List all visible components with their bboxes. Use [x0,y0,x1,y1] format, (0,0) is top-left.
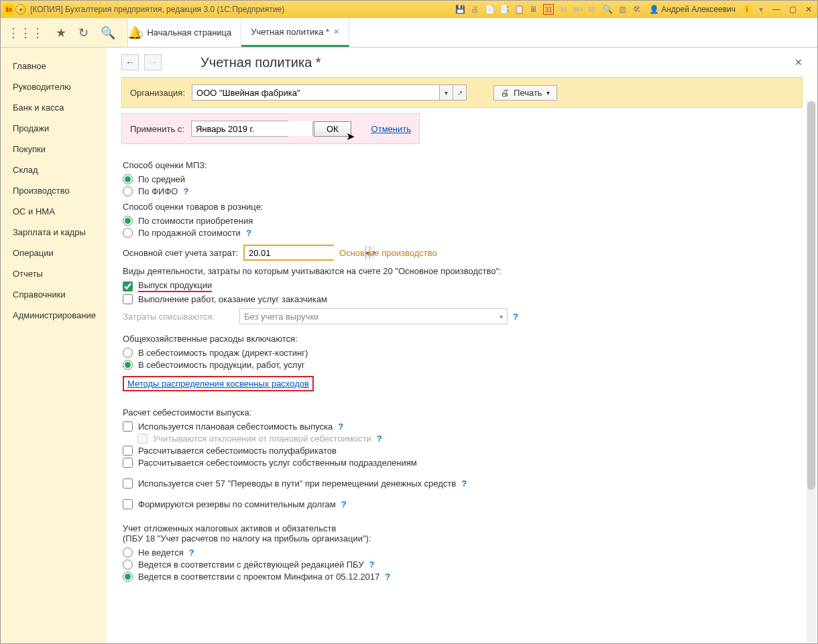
favorite-icon[interactable]: ★ [56,25,66,40]
help-icon[interactable]: ? [189,548,194,558]
memory-m-icon[interactable]: M [558,4,569,15]
help-icon[interactable]: ? [246,228,251,238]
close-tab-icon[interactable]: ✕ [333,27,339,36]
ok-label: ОК [327,124,339,134]
history-icon[interactable]: ↻ [78,25,89,40]
memory-mminus-icon[interactable]: M- [587,4,598,15]
retail-sale-radio[interactable] [123,228,133,238]
app-menu-icon[interactable]: ▾ [15,4,26,15]
ok-button[interactable]: ОК ➤ [314,121,351,137]
reserves-check[interactable] [123,499,133,509]
tab-label: Начальная страница [147,27,231,38]
calendar-icon[interactable]: 31 [543,4,554,15]
nav-assets[interactable]: ОС и НМА [1,201,107,222]
info-icon[interactable]: i [742,5,752,14]
open-ref-icon[interactable]: ↗ [453,85,466,100]
apply-panel: Применить с: … ОК ➤ Отменить [121,113,420,144]
overhead-direct-radio[interactable] [123,348,133,358]
overhead-cost-label: В себестоимость продукции, работ, услуг [138,360,305,370]
mpz-avg-label: По средней [138,174,185,184]
nav-sales[interactable]: Продажи [1,118,107,139]
app-logo-icon: 1c [3,4,14,15]
copy-icon[interactable]: 📋 [514,4,524,15]
nav-main[interactable]: Главное [1,56,107,76]
account57-check[interactable] [123,478,133,489]
help-icon[interactable]: ? [461,478,467,489]
chevron-down-icon[interactable]: ▾ [439,85,453,100]
print-button[interactable]: 🖨 Печать ▾ [493,85,557,101]
tab-accounting-policy[interactable]: Учетная политика * ✕ [241,18,349,47]
compare-icon[interactable]: 📑 [499,4,510,15]
panels-icon[interactable]: ▥ [617,4,628,15]
search-icon[interactable]: 🔍 [101,25,115,40]
dropdown-icon[interactable]: ▾ [756,4,766,15]
scrollbar-thumb[interactable] [807,101,815,490]
nav-back-button[interactable]: ← [121,54,139,70]
help-icon[interactable]: ? [183,186,188,196]
overhead-cost-radio[interactable] [123,360,133,370]
close-window-button[interactable]: ✕ [803,4,815,15]
nav-bank[interactable]: Банк и касса [1,97,107,118]
tab-home[interactable]: ⌂ Начальная страница [128,18,241,47]
help-icon[interactable]: ? [513,312,518,322]
indirect-methods-link-box: Методы распределения косвенных расходов [123,376,314,391]
page-title: Учетная политика * [200,55,321,70]
semiproducts-check[interactable] [123,446,133,456]
maximize-button[interactable]: ▢ [786,4,799,15]
help-icon[interactable]: ? [338,422,343,432]
tab-bar: ⌂ Начальная страница Учетная политика * … [128,18,349,47]
nav-production[interactable]: Производство [1,180,107,201]
nav-manager[interactable]: Руководителю [1,76,107,97]
nav-catalogs[interactable]: Справочники [1,284,107,305]
tools-icon[interactable]: 🛠 [632,4,642,15]
apps-icon[interactable]: ⋮⋮⋮ [7,25,44,40]
apply-date-input[interactable] [192,121,312,136]
mouse-cursor-icon: ➤ [346,130,355,143]
chevron-down-icon: ▾ [546,89,550,96]
nav-reports[interactable]: Отчеты [1,263,107,284]
calculator-icon[interactable]: 🖩 [528,4,539,15]
nav-admin[interactable]: Администрирование [1,305,107,326]
cost-account-field[interactable]: ▾ ↗ [243,245,334,261]
cancel-link[interactable]: Отменить [371,124,411,134]
retail-cost-radio[interactable] [123,216,133,226]
apply-date-field[interactable]: … [191,121,288,137]
mpz-fifo-label: По ФИФО [138,186,178,196]
semiproducts-label: Рассчитывается себестоимость полуфабрика… [138,446,337,456]
writeoff-value: Без учета выручки [244,312,318,322]
help-icon[interactable]: ? [369,560,375,570]
services-check[interactable] [123,294,133,304]
deviations-check [137,434,148,444]
zoom-icon[interactable]: 🔍 [602,4,613,15]
cost-account-hint: Основное производство [339,248,437,258]
print-icon[interactable]: 🖨 [469,4,480,15]
nav-operations[interactable]: Операции [1,243,107,263]
nav-warehouse[interactable]: Склад [1,159,107,180]
mpz-avg-radio[interactable] [123,174,133,184]
nav-purchases[interactable]: Покупки [1,139,107,159]
save-icon[interactable]: 💾 [455,4,465,15]
deferred-pbu-radio[interactable] [123,560,133,570]
help-icon[interactable]: ? [385,572,390,582]
deferred-none-radio[interactable] [123,548,133,558]
indirect-methods-link[interactable]: Методы распределения косвенных расходов [127,379,309,389]
organization-field[interactable]: ▾ ↗ [192,84,467,101]
organization-input[interactable] [192,85,439,100]
retail-sale-label: По продажной стоимости [138,228,241,238]
minimize-button[interactable]: — [770,4,782,15]
vertical-scrollbar[interactable] [807,101,816,642]
planned-cost-check[interactable] [123,422,133,432]
deferred-project-radio[interactable] [123,572,133,582]
document-icon[interactable]: 📄 [484,4,495,15]
help-icon[interactable]: ? [341,499,347,509]
output-products-check[interactable] [123,281,133,292]
nav-hr[interactable]: Зарплата и кадры [1,222,107,243]
mpz-fifo-radio[interactable] [123,186,133,196]
memory-mplus-icon[interactable]: M+ [573,4,583,15]
close-page-button[interactable]: ✕ [795,57,803,68]
nav-forward-button[interactable]: → [144,54,162,70]
user-badge[interactable]: 👤 Андрей Алексеевич [649,5,736,14]
own-services-check[interactable] [123,458,133,468]
help-icon[interactable]: ? [377,434,382,444]
nav-sidebar: Главное Руководителю Банк и касса Продаж… [1,48,107,643]
